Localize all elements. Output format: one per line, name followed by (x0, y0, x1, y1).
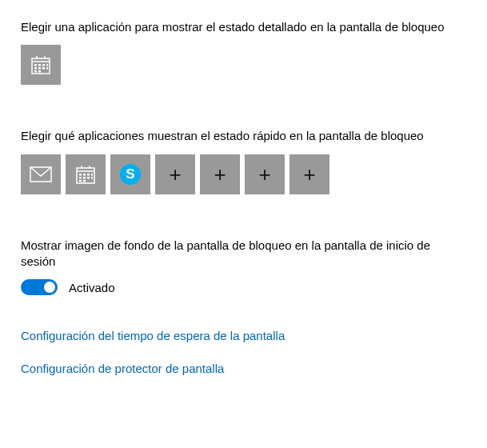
svg-rect-20 (83, 174, 86, 176)
svg-rect-19 (79, 174, 82, 176)
background-toggle[interactable] (21, 279, 58, 295)
svg-rect-10 (42, 67, 45, 70)
svg-rect-11 (46, 67, 48, 70)
quick-app-slot-add-4[interactable]: + (289, 154, 329, 194)
quick-status-label: Elegir qué aplicaciones muestran el esta… (21, 128, 453, 144)
svg-rect-5 (38, 64, 41, 66)
background-toggle-label: Mostrar imagen de fondo de la pantalla d… (21, 238, 453, 270)
screen-timeout-link[interactable]: Configuración del tiempo de espera de la… (21, 329, 285, 342)
quick-app-slot-mail[interactable] (21, 154, 61, 194)
svg-rect-9 (38, 67, 41, 70)
screensaver-settings-link[interactable]: Configuración de protector de pantalla (21, 362, 224, 375)
svg-rect-28 (83, 180, 86, 182)
detailed-status-label: Elegir una aplicación para mostrar el es… (21, 19, 453, 35)
quick-app-slot-add-1[interactable]: + (155, 154, 195, 194)
background-toggle-row: Activado (21, 279, 468, 295)
quick-app-slot-skype[interactable]: S (110, 154, 150, 194)
svg-rect-4 (34, 64, 37, 66)
svg-rect-27 (79, 180, 82, 182)
quick-app-slot-add-3[interactable]: + (245, 154, 285, 194)
background-toggle-state: Activado (69, 281, 115, 294)
mail-icon (30, 166, 52, 182)
svg-rect-7 (46, 64, 48, 66)
calendar-icon (30, 54, 51, 75)
svg-rect-8 (34, 67, 37, 70)
svg-rect-26 (91, 177, 93, 179)
plus-icon: + (303, 164, 315, 185)
detailed-status-row (21, 45, 468, 85)
quick-status-row: S + + + + (21, 154, 468, 194)
svg-rect-23 (79, 177, 82, 179)
plus-icon: + (169, 164, 181, 185)
svg-rect-24 (83, 177, 86, 179)
svg-rect-22 (91, 174, 93, 176)
svg-rect-13 (38, 70, 41, 73)
detailed-app-slot-calendar[interactable] (21, 45, 61, 85)
svg-rect-6 (42, 64, 45, 66)
quick-app-slot-add-2[interactable]: + (200, 154, 240, 194)
svg-rect-21 (87, 174, 90, 176)
svg-rect-25 (87, 177, 90, 179)
plus-icon: + (214, 164, 226, 185)
quick-app-slot-calendar[interactable] (66, 154, 106, 194)
toggle-knob (44, 282, 55, 293)
svg-rect-12 (34, 70, 37, 73)
calendar-icon (75, 164, 96, 185)
plus-icon: + (258, 164, 270, 185)
skype-icon: S (120, 164, 141, 185)
